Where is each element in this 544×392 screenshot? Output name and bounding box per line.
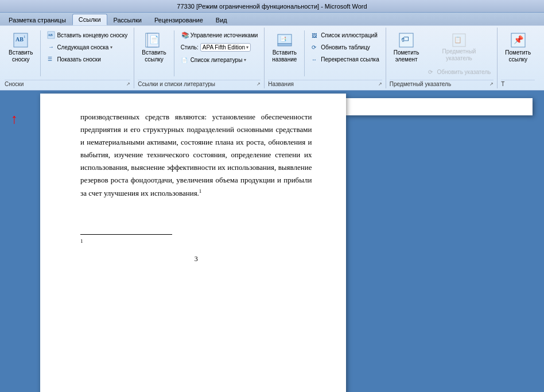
- tab-ssylki[interactable]: Ссылки: [72, 14, 107, 25]
- style-dropdown-arrow: ▾: [246, 45, 248, 50]
- btn-predmetnyy-ukazatel[interactable]: 📋 Предметныйуказатель: [425, 29, 494, 65]
- btn-spisok-illyustraciy-label: Список иллюстраций: [321, 32, 377, 38]
- btn-obnovit-tablicu[interactable]: ⟳ Обновить таблицу: [308, 41, 382, 53]
- svg-text:1: 1: [24, 34, 26, 39]
- tab-row: Разметка страницы Ссылки Рассылки Реценз…: [0, 13, 544, 25]
- btn-obnovit-ukazatel[interactable]: ⟳ Обновить указатель: [425, 66, 494, 77]
- mark-citation-icon: 📌: [509, 31, 527, 49]
- document-text: производственных средств являются: устан…: [80, 111, 312, 200]
- red-arrow-up: ↑: [11, 111, 18, 127]
- svg-text:📄: 📄: [181, 57, 188, 64]
- btn-pokazat-snoski-label: Показать сноски: [57, 56, 100, 63]
- group-ssylki-body: 📄 Вставитьссылку 📚 Управление источникам…: [138, 29, 261, 79]
- footnote-1: 1: [80, 237, 312, 248]
- paragraph-1: производственных средств являются: устан…: [80, 111, 312, 200]
- insert-caption-icon: 📑: [275, 31, 294, 49]
- btn-upravlenie[interactable]: 📚 Управление источниками: [178, 29, 261, 41]
- btn-obnovit-ukazatel-label: Обновить указатель: [437, 69, 491, 75]
- btn-pometit-element[interactable]: 🏷 Пометитьэлемент: [390, 29, 423, 65]
- svg-text:📚: 📚: [181, 31, 189, 39]
- next-footnote-icon: →: [47, 43, 55, 51]
- group-t: 📌 Пометитьссылку T: [499, 28, 538, 88]
- btn-vstavit-ssylku[interactable]: 📄 Вставитьссылку: [138, 29, 170, 65]
- snoski-small-btns: AB Вставить концевую сноску → Следующая …: [44, 29, 130, 65]
- main-content: ↑ производственных средств являются: уст…: [0, 91, 544, 392]
- update-table-icon: ⟳: [311, 43, 319, 51]
- btn-pokazat-snoski[interactable]: ☰ Показать сноски: [44, 53, 130, 65]
- btn-pometit-ssylku[interactable]: 📌 Пометитьссылку: [501, 29, 535, 65]
- manage-sources-icon: 📚: [181, 31, 189, 39]
- group-snoski-footer: Сноски ↗: [5, 80, 130, 87]
- group-nazvaniya-body: 📑 Вставитьназвание 🖼 Список иллюстраций: [268, 29, 382, 79]
- group-predmetnyy-footer: Предметный указатель ↗: [390, 80, 494, 87]
- snoski-expand-icon[interactable]: ↗: [126, 81, 130, 87]
- predmetnyy-expand-icon[interactable]: ↗: [489, 81, 494, 87]
- group-t-label: T: [501, 81, 504, 87]
- group-snoski-label: Сноски: [5, 81, 24, 87]
- style-label: Стиль:: [181, 44, 199, 51]
- tab-rassylki[interactable]: Рассылки: [107, 14, 148, 25]
- ssylki-small-btns: 📚 Управление источниками Стиль: APA Fift…: [178, 29, 261, 65]
- predmetnyy-right: 📋 Предметныйуказатель ⟳ Обновить указате…: [425, 29, 494, 77]
- group-nazvaniya-footer: Названия ↗: [268, 80, 382, 87]
- btn-perekrestnaya[interactable]: ↔ Перекрестная ссылка: [308, 53, 382, 65]
- svg-rect-13: [278, 44, 292, 46]
- btn-spisok-literatury-label: Список литературы: [191, 57, 243, 63]
- group-t-footer: T: [501, 80, 535, 87]
- group-ssylki-label: Ссылки и списки литературы: [138, 81, 215, 87]
- btn-vstavit-nazvanie[interactable]: 📑 Вставитьназвание: [268, 29, 301, 65]
- group-predmetnyy-body: 🏷 Пометитьэлемент 📋 Предметныйука: [390, 29, 494, 79]
- btn-vstavit-kontsevuyu[interactable]: AB Вставить концевую сноску: [44, 29, 130, 41]
- group-ssylki-footer: Ссылки и списки литературы ↗: [138, 80, 261, 87]
- svg-text:→: →: [48, 44, 54, 50]
- show-notes-icon: ☰: [47, 55, 55, 63]
- btn-vstavit-snosku-label: Вставитьсноску: [9, 49, 33, 63]
- left-arrow-area: ↑: [0, 91, 29, 392]
- tab-vid[interactable]: Вид: [209, 14, 234, 25]
- index-icon: 📋: [450, 32, 468, 48]
- btn-obnovit-tablicu-label: Обновить таблицу: [321, 44, 370, 51]
- group-nazvaniya: 📑 Вставитьназвание 🖼 Список иллюстраций: [266, 28, 386, 88]
- separator-3: [304, 30, 305, 76]
- next-footnote-dropdown-arrow: ▾: [110, 45, 112, 50]
- btn-predmetnyy-ukazatel-label: Предметныйуказатель: [442, 48, 476, 62]
- tab-recenzirovanie[interactable]: Рецензирование: [148, 14, 209, 25]
- bibliography-icon: 📄: [181, 56, 189, 64]
- btn-vstavit-snosku[interactable]: AB 1 Вставитьсноску: [5, 29, 37, 65]
- toc-figures-icon: 🖼: [311, 31, 319, 39]
- insert-endnote-icon: AB: [47, 31, 55, 39]
- svg-text:AB: AB: [15, 36, 24, 42]
- document-page: производственных средств являются: устан…: [40, 94, 346, 392]
- footnote-separator: [80, 234, 172, 235]
- ssylki-expand-icon[interactable]: ↗: [257, 81, 261, 87]
- svg-text:📄: 📄: [149, 35, 160, 45]
- svg-text:📋: 📋: [454, 36, 462, 44]
- page-number: 3: [80, 254, 312, 265]
- nazvaniya-small-btns: 🖼 Список иллюстраций ⟳ Обновить таблицу …: [308, 29, 382, 65]
- btn-vstavit-nazvanie-label: Вставитьназвание: [272, 49, 297, 63]
- btn-spisok-literatury[interactable]: 📄 Список литературы ▾: [178, 54, 261, 65]
- group-nazvaniya-label: Названия: [268, 81, 294, 87]
- group-snoski-body: AB 1 Вставитьсноску AB Вставить концевую…: [5, 29, 130, 79]
- svg-text:📌: 📌: [514, 35, 524, 45]
- btn-upravlenie-label: Управление источниками: [191, 32, 258, 38]
- btn-pometit-element-label: Пометитьэлемент: [394, 49, 419, 63]
- bibliography-dropdown-arrow: ▾: [244, 57, 246, 63]
- page-container[interactable]: производственных средств являются: устан…: [29, 91, 544, 392]
- style-dropdown[interactable]: APA Fifth Edition ▾: [200, 43, 251, 52]
- next-page-partial: [346, 98, 533, 115]
- nazvaniya-expand-icon[interactable]: ↗: [378, 81, 382, 87]
- svg-text:⟳: ⟳: [428, 69, 433, 75]
- btn-sleduyushchaya-label: Следующая сноска: [57, 44, 108, 51]
- tab-razmetka[interactable]: Разметка страницы: [2, 14, 72, 25]
- btn-perekrestnaya-label: Перекрестная ссылка: [321, 56, 379, 63]
- separator-2: [174, 30, 174, 76]
- svg-text:AB: AB: [48, 33, 53, 37]
- footnote-number-1: 1: [80, 238, 83, 244]
- style-value: APA Fifth Edition: [203, 44, 245, 51]
- cross-ref-icon: ↔: [311, 55, 319, 63]
- btn-sleduyushchaya[interactable]: → Следующая сноска ▾: [44, 41, 130, 53]
- btn-spisok-illyustraciy[interactable]: 🖼 Список иллюстраций: [308, 29, 382, 41]
- insert-footnote-icon: AB 1: [11, 31, 30, 49]
- mark-entry-icon: 🏷: [397, 31, 415, 49]
